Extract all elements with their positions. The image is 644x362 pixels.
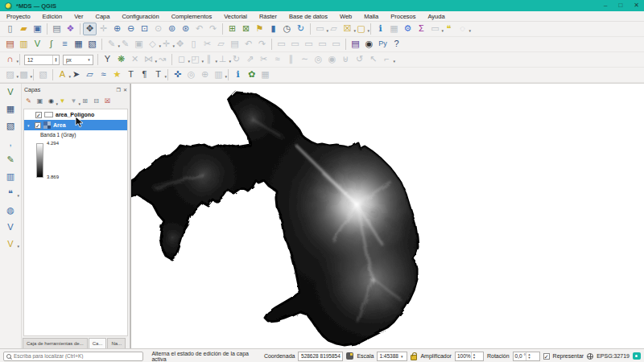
identify-features-icon[interactable]: ℹ — [374, 23, 387, 35]
select-annotation-icon[interactable]: ➤ — [69, 68, 83, 81]
map-canvas[interactable] — [130, 84, 644, 348]
add-group-icon[interactable]: ▣ — [35, 97, 45, 107]
metasearch-catalog-icon[interactable]: ◉ — [362, 38, 376, 51]
show-bookmarks-icon[interactable]: ▮ — [266, 23, 280, 35]
new-spatial-bookmark-icon[interactable]: ⚑ — [253, 23, 266, 35]
snapping-units[interactable]: px▾ — [63, 55, 93, 65]
trim-extend-dropdown[interactable]: ▾ — [393, 56, 395, 68]
panel-float-button[interactable]: ❐ — [117, 87, 121, 93]
create-polygon-annotation-icon[interactable]: ▱ — [83, 68, 97, 81]
select-by-value-dropdown[interactable]: ▾ — [367, 25, 369, 37]
map-tips-icon[interactable]: ❝ — [442, 23, 456, 35]
add-raster-layer-icon[interactable]: ▦ — [3, 103, 18, 116]
topological-editing-icon[interactable]: Y — [101, 53, 114, 66]
menu-complementos[interactable]: Complementos — [170, 12, 213, 21]
new-spatialite-layer-icon[interactable]: ∫ — [44, 38, 58, 51]
chevron-down-icon[interactable]: ▾ — [85, 57, 93, 62]
spinner-arrows-icon[interactable]: ▲▼ — [526, 352, 532, 360]
create-marker-annotation-icon[interactable]: ★ — [110, 68, 124, 81]
menu-procesos[interactable]: Procesos — [389, 12, 417, 21]
add-virtual-layer-icon[interactable]: ▥ — [3, 171, 18, 183]
dock-tab-2[interactable]: Ca... — [89, 338, 107, 348]
coordinate-input[interactable]: 528628 8195854 — [298, 352, 343, 361]
menu-base-de-datos[interactable]: Base de datos — [287, 12, 329, 21]
zoom-to-layer-icon[interactable]: ⊚ — [165, 23, 179, 35]
menu-capa[interactable]: Capa — [93, 12, 111, 21]
add-wms-wmts-layer-icon[interactable]: ❝▾ — [3, 187, 18, 200]
log-messages-button[interactable] — [633, 352, 641, 360]
zoom-in-icon[interactable]: ⊕ — [110, 23, 124, 35]
python-console-icon[interactable]: Py — [376, 38, 390, 51]
menu-vectorial[interactable]: Vectorial — [222, 12, 249, 21]
new-3d-map-view-icon[interactable]: ⊠ — [239, 23, 253, 35]
menu-ayuda[interactable]: Ayuda — [426, 12, 446, 21]
remove-layer-icon[interactable]: ☒ — [102, 97, 113, 107]
filter-legend-icon[interactable]: ▼ — [57, 97, 68, 107]
scale-combobox[interactable]: 1:45388▾ — [377, 352, 407, 361]
add-delimited-text-layer-icon[interactable]: , — [3, 137, 18, 150]
chevron-down-icon[interactable]: ▾ — [398, 354, 406, 359]
create-text-annotation-icon[interactable]: T — [124, 68, 138, 81]
scale-lock-icon[interactable] — [411, 355, 417, 360]
add-mesh-layer-icon[interactable]: ▧ — [85, 38, 99, 51]
dock-tab-3[interactable]: Na... — [107, 338, 126, 348]
expand-all-icon[interactable]: ⊞ — [80, 97, 90, 107]
new-geopackage-layer-icon[interactable]: ▥ — [17, 38, 31, 51]
label-toolbar-icon[interactable]: A▾ — [56, 68, 69, 81]
new-virtual-layer-dropdown[interactable]: ▾ — [17, 241, 19, 253]
create-line-annotation-icon[interactable]: ≈ — [97, 68, 110, 81]
layer-visibility-checkbox[interactable]: ✓ — [35, 112, 42, 118]
panel-close-button[interactable]: ✕ — [123, 87, 127, 93]
menu-proyecto[interactable]: Proyecto — [5, 12, 32, 21]
open-layer-styling-icon[interactable]: ✎ — [23, 97, 34, 107]
deselect-features-icon[interactable]: ☒▾ — [341, 23, 354, 35]
map-tips-toggle-icon[interactable]: ✜ — [171, 68, 184, 81]
spinner-arrows-icon[interactable]: ▲▼ — [52, 56, 59, 64]
add-vector-layer-icon[interactable]: V — [3, 86, 18, 99]
add-mesh-layer-icon[interactable]: ▧ — [3, 120, 18, 133]
snapping-toggle-dropdown[interactable]: ▾ — [16, 56, 19, 68]
snapping-tolerance[interactable]: 12▲▼ — [24, 55, 60, 65]
processing-toolbox-icon[interactable]: ⚙ — [401, 23, 415, 35]
print-layout-icon[interactable]: ▤ — [50, 23, 64, 35]
menu-edici-n[interactable]: Edición — [41, 12, 64, 21]
new-project-icon[interactable]: ▯ — [3, 23, 17, 35]
add-delimited-text-layer-icon[interactable]: ≡ — [58, 38, 72, 51]
expander-icon[interactable]: ▾ — [27, 123, 32, 128]
locator-search-dropdown[interactable]: ▾ — [469, 25, 471, 37]
add-wfs-layer-icon[interactable]: V — [3, 221, 18, 234]
new-virtual-layer-icon[interactable]: V▾ — [3, 238, 18, 251]
filter-by-expression-icon[interactable]: ▼▾ — [68, 97, 79, 107]
close-button[interactable]: ✕ — [634, 0, 639, 11]
refresh-map-icon[interactable]: ↻ — [294, 23, 308, 35]
pan-map-icon[interactable]: ✥ — [83, 23, 97, 35]
add-wms-wmts-layer-dropdown[interactable]: ▾ — [17, 190, 19, 202]
check-geometries-icon[interactable]: ❋ — [114, 53, 128, 66]
raster-contrast-enhancement-dropdown[interactable]: ▾ — [30, 71, 32, 83]
style-manager-icon[interactable]: ❖ — [64, 23, 77, 35]
data-source-manager-icon[interactable]: ▤ — [3, 38, 17, 51]
menu-configuraci-n[interactable]: Configuración — [120, 12, 160, 21]
minimize-button[interactable]: – — [604, 0, 607, 11]
project-metadata-info-icon[interactable]: ℹ — [231, 68, 245, 81]
add-spatialite-layer-icon[interactable]: ✎ — [3, 154, 18, 167]
locator-search-box[interactable] — [3, 352, 143, 361]
zoom-full-extent-icon[interactable]: ⊡ — [138, 23, 151, 35]
zoom-native-resolution-icon[interactable]: ⊛ — [179, 23, 192, 35]
statistics-summary-icon[interactable]: Σ — [415, 23, 428, 35]
collapse-all-icon[interactable]: ⊟ — [91, 97, 101, 107]
new-map-view-icon[interactable]: ⊞ — [225, 23, 239, 35]
snapping-toggle-icon[interactable]: ∩▾ — [3, 53, 17, 66]
save-project-icon[interactable]: ▣ — [31, 23, 44, 35]
manage-map-themes-icon[interactable]: ◉▾ — [46, 97, 56, 107]
search-input[interactable] — [14, 353, 140, 359]
osm-place-search-icon[interactable]: ✿ — [245, 68, 258, 81]
open-project-icon[interactable]: ▰ — [17, 23, 31, 35]
spinner-arrows-icon[interactable]: ▲▼ — [471, 352, 477, 360]
show-layouts-dropdown[interactable]: ▾ — [225, 71, 227, 83]
form-annotation-dropdown[interactable]: ▾ — [164, 71, 167, 83]
rotation-spinbox[interactable]: 0,0 °▲▼ — [513, 352, 540, 361]
crs-status[interactable]: EPSG:32719 — [597, 353, 630, 359]
new-shapefile-layer-icon[interactable]: V — [31, 38, 44, 51]
add-raster-layer-icon[interactable]: ▦ — [72, 38, 85, 51]
